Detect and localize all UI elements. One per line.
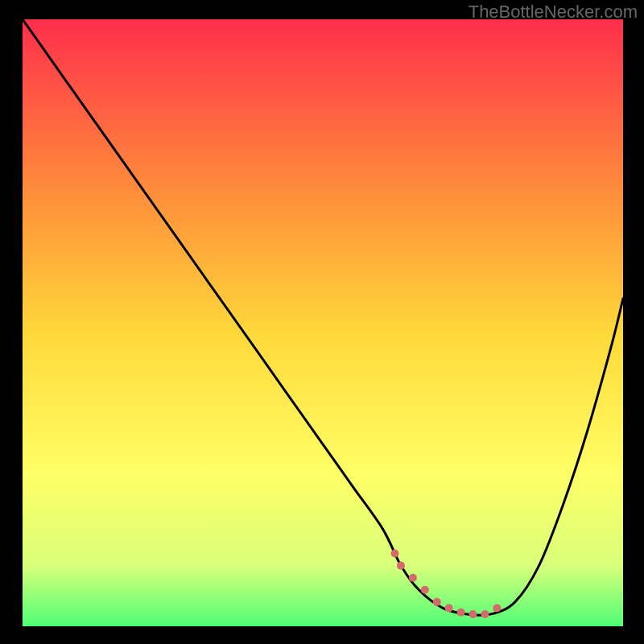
bottleneck-chart <box>23 19 623 626</box>
watermark-text: TheBottleNecker.com <box>469 2 638 23</box>
highlight-dot <box>397 562 405 570</box>
highlight-dot <box>457 609 465 617</box>
gradient-background <box>23 19 623 626</box>
highlight-dot <box>445 604 453 612</box>
highlight-dot <box>493 604 501 612</box>
highlight-dot <box>433 598 441 606</box>
highlight-dot <box>409 574 417 582</box>
highlight-dot <box>481 610 489 618</box>
chart-container: TheBottleNecker.com <box>0 0 644 644</box>
highlight-dot <box>421 586 429 594</box>
highlight-dot <box>391 550 399 558</box>
highlight-dot <box>469 610 477 618</box>
